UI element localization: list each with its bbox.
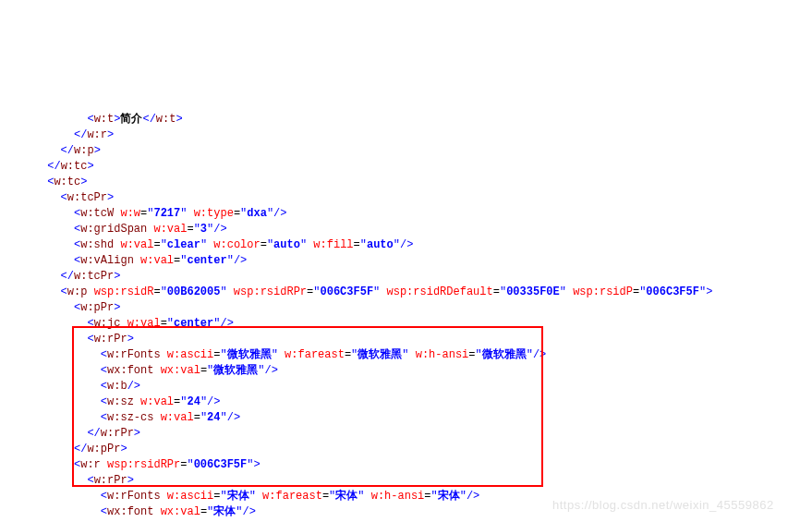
code-block: <w:t>简介</w:t> </w:r> </w:p> </w:tc> <w:t…: [7, 112, 812, 522]
watermark: https://blog.csdn.net/weixin_45559862: [552, 497, 774, 513]
